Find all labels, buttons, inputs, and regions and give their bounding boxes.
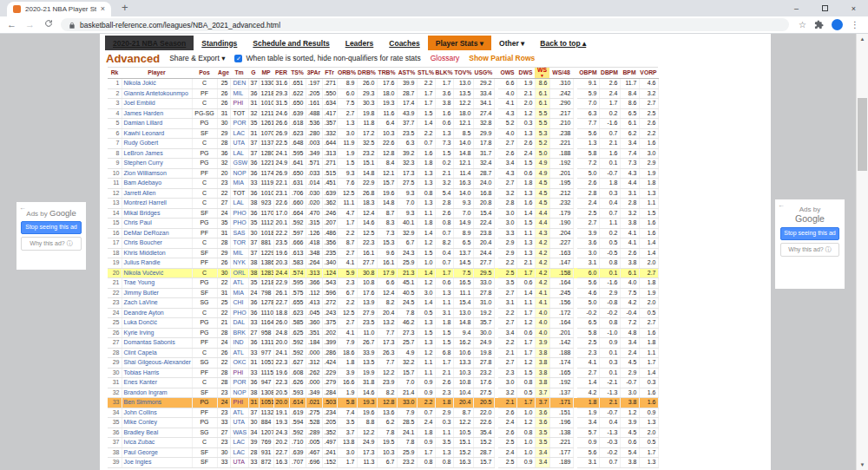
- team-link[interactable]: LAL: [233, 150, 244, 156]
- team-link[interactable]: MIA: [233, 290, 244, 296]
- col-header-dbpm[interactable]: DBPM: [599, 68, 620, 79]
- player-link[interactable]: Ivica Zubac: [124, 439, 155, 445]
- player-link[interactable]: Paul George: [124, 449, 158, 455]
- tab-close-icon[interactable]: ×: [101, 5, 105, 13]
- nav-season[interactable]: 2020-21 NBA Season: [105, 36, 194, 50]
- team-link[interactable]: UTA: [233, 140, 245, 146]
- team-link[interactable]: NOP: [233, 389, 247, 395]
- team-link[interactable]: UTA: [233, 419, 245, 425]
- col-header-orb[interactable]: ORB%: [337, 68, 357, 79]
- player-link[interactable]: Ben Simmons: [124, 399, 162, 405]
- team-link[interactable]: PHO: [233, 219, 247, 225]
- extensions-puzzle-icon[interactable]: [814, 17, 824, 33]
- team-link[interactable]: OKC: [233, 359, 247, 365]
- col-header-tov[interactable]: TOV%: [453, 68, 473, 79]
- player-link[interactable]: Kyrie Irving: [124, 330, 155, 336]
- team-link[interactable]: ORL: [233, 270, 246, 276]
- col-header-3par[interactable]: 3PAr: [306, 68, 322, 79]
- why-this-ad-button[interactable]: Why this ad? ⓘ: [780, 243, 839, 257]
- col-header-mp[interactable]: MP: [259, 68, 273, 79]
- col-header-bpm[interactable]: BPM: [620, 68, 639, 79]
- team-link[interactable]: BRK: [233, 330, 246, 336]
- window-close-button[interactable]: ×: [839, 0, 868, 16]
- team-link[interactable]: GSW: [233, 160, 248, 166]
- col-header-drb[interactable]: DRB%: [357, 68, 377, 79]
- col-header-ftr[interactable]: FTr: [322, 68, 337, 79]
- bookmark-star-icon[interactable]: ☆: [799, 20, 806, 29]
- col-header-usg[interactable]: USG%: [473, 68, 494, 79]
- scrollbar-thumb[interactable]: [858, 98, 867, 171]
- team-link[interactable]: MIL: [233, 90, 244, 96]
- player-link[interactable]: Mikal Bridges: [124, 210, 161, 216]
- team-link[interactable]: PHI: [233, 369, 244, 375]
- team-link[interactable]: MIA: [233, 180, 244, 186]
- share-export-menu[interactable]: Share & Export ▾: [169, 54, 225, 62]
- team-link[interactable]: PHI: [233, 100, 244, 106]
- team-link[interactable]: NYK: [233, 259, 246, 265]
- col-header-trb[interactable]: TRB%: [377, 68, 397, 79]
- col-header-age[interactable]: Age: [217, 68, 230, 79]
- team-link[interactable]: LAL: [233, 199, 244, 206]
- nav-leaders[interactable]: Leaders: [338, 36, 382, 50]
- show-partial-rows-button[interactable]: Show Partial Rows: [469, 54, 535, 62]
- player-link[interactable]: Clint Capela: [124, 349, 157, 356]
- nav-schedule[interactable]: Schedule and Results: [245, 36, 337, 50]
- back-icon[interactable]: ←: [6, 19, 17, 30]
- browser-menu-icon[interactable]: ⋮: [851, 20, 859, 29]
- nav-player-stats[interactable]: Player Stats ▾: [428, 36, 491, 50]
- player-link[interactable]: DeMar DeRozan: [124, 230, 169, 236]
- hide-nonqualifiers-checkbox[interactable]: ✓: [234, 55, 242, 62]
- player-link[interactable]: Julius Randle: [124, 259, 161, 265]
- scroll-up-icon[interactable]: ▲: [857, 34, 868, 44]
- player-link[interactable]: Trae Young: [124, 279, 155, 285]
- player-link[interactable]: Bradley Beal: [124, 429, 159, 435]
- player-link[interactable]: Damian Lillard: [124, 120, 163, 126]
- ad-collapse-arrow-icon[interactable]: ←: [778, 201, 785, 209]
- team-link[interactable]: PHO: [233, 210, 247, 216]
- player-link[interactable]: Zion Williamson: [124, 170, 167, 176]
- address-bar[interactable]: basketball-reference.com/leagues/NBA_202…: [61, 18, 789, 31]
- team-link[interactable]: NOP: [233, 170, 247, 176]
- player-link[interactable]: John Collins: [124, 409, 157, 415]
- player-link[interactable]: Tobias Harris: [124, 369, 160, 375]
- team-link[interactable]: ATL: [233, 409, 244, 415]
- player-link[interactable]: Luka Dončić: [124, 319, 158, 325]
- stop-seeing-ad-button[interactable]: Stop seeing this ad: [21, 221, 82, 234]
- window-maximize-button[interactable]: [811, 0, 839, 16]
- team-link[interactable]: MIL: [233, 250, 244, 256]
- player-link[interactable]: Zach LaVine: [124, 299, 158, 305]
- forward-icon[interactable]: →: [24, 19, 36, 30]
- player-link[interactable]: Jarrett Allen: [124, 190, 156, 196]
- player-link[interactable]: Brandon Ingram: [124, 389, 168, 395]
- team-link[interactable]: TOR: [233, 239, 247, 245]
- col-header-ast[interactable]: AST%: [397, 68, 417, 79]
- team-link[interactable]: LAC: [233, 439, 246, 445]
- new-tab-button[interactable]: +: [122, 1, 128, 16]
- player-link[interactable]: James Harden: [124, 110, 164, 116]
- nav-coaches[interactable]: Coaches: [381, 36, 427, 50]
- col-header-rk[interactable]: Rk: [108, 68, 122, 79]
- team-link[interactable]: IND: [233, 339, 244, 345]
- team-link[interactable]: LAC: [233, 449, 246, 455]
- team-link[interactable]: POR: [233, 379, 247, 385]
- player-link[interactable]: Jimmy Butler: [124, 290, 159, 296]
- team-link[interactable]: PHI: [233, 399, 244, 405]
- col-header-player[interactable]: Player: [122, 68, 192, 79]
- team-link[interactable]: UTA: [233, 459, 245, 465]
- player-link[interactable]: Kawhi Leonard: [124, 130, 165, 136]
- col-header-ws48[interactable]: WS/48: [549, 68, 573, 79]
- player-link[interactable]: Rudy Gobert: [124, 140, 159, 146]
- stop-seeing-ad-button[interactable]: Stop seeing this ad: [780, 227, 839, 240]
- player-link[interactable]: Deandre Ayton: [124, 310, 164, 316]
- player-link[interactable]: Domantas Sabonis: [124, 339, 175, 345]
- player-link[interactable]: Khris Middleton: [124, 250, 166, 256]
- nav-other[interactable]: Other ▾: [491, 36, 532, 50]
- col-header-dws[interactable]: DWS: [516, 68, 535, 79]
- team-link[interactable]: WAS: [233, 429, 247, 435]
- player-link[interactable]: Chris Boucher: [124, 239, 162, 245]
- team-link[interactable]: PHO: [233, 310, 247, 316]
- scroll-down-icon[interactable]: ▼: [857, 460, 868, 470]
- team-link[interactable]: ATL: [233, 349, 244, 356]
- col-header-stl[interactable]: STL%: [417, 68, 435, 79]
- ad-collapse-arrow-icon[interactable]: ←: [19, 204, 26, 212]
